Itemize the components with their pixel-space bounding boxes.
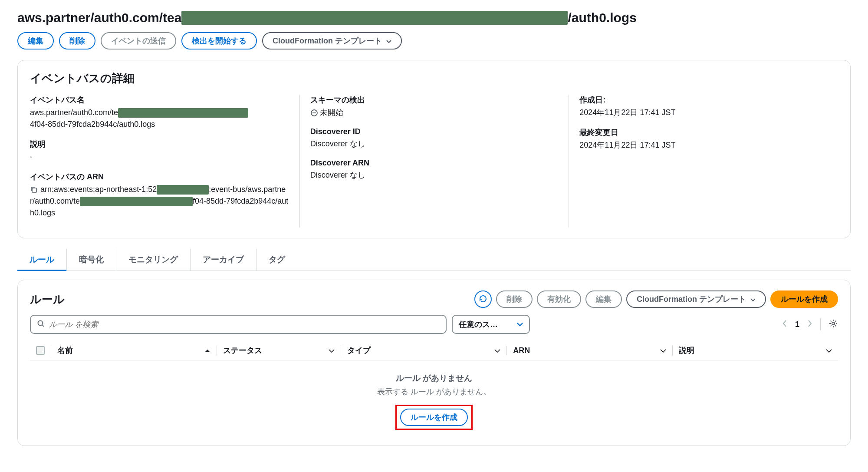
redacted-block (181, 11, 568, 25)
empty-create-rule-button[interactable]: ルールを作成 (400, 409, 468, 426)
created-date-value: 2024年11月22日 17:41 JST (579, 107, 828, 119)
sort-icon (494, 346, 500, 355)
create-rule-button[interactable]: ルールを作成 (770, 290, 838, 308)
status-filter-label: 任意のス… (459, 319, 498, 330)
sort-icon (660, 346, 666, 355)
empty-subtitle: 表示する ルール がありません。 (30, 386, 838, 397)
next-page-button[interactable] (807, 320, 812, 330)
rules-enable-button[interactable]: 有効化 (537, 290, 581, 308)
refresh-icon (479, 294, 487, 304)
tabs: ルール 暗号化 モニタリング アーカイブ タグ (17, 249, 851, 271)
col-description[interactable]: 説明 (672, 345, 838, 356)
svg-line-4 (43, 325, 44, 327)
search-input[interactable] (49, 320, 440, 329)
rules-panel: ルール 削除 有効化 編集 CloudFormation テンプレート ルールを… (17, 280, 851, 446)
search-icon (37, 320, 45, 330)
edit-button[interactable]: 編集 (17, 32, 54, 50)
select-all-checkbox[interactable] (30, 346, 51, 355)
tab-encryption[interactable]: 暗号化 (67, 249, 116, 271)
status-filter-select[interactable]: 任意のス… (452, 315, 530, 334)
discoverer-id-value: Discoverer なし (310, 138, 559, 150)
event-bus-arn-label: イベントバスの ARN (30, 172, 289, 182)
highlight-box: ルールを作成 (395, 405, 473, 430)
sort-asc-icon (204, 346, 210, 355)
cloudformation-label: CloudFormation テンプレート (273, 36, 382, 46)
event-bus-arn-value: arn:aws:events:ap-northeast-1:52:event-b… (30, 184, 289, 219)
details-panel: イベントバスの詳細 イベントバス名 aws.partner/auth0.com/… (17, 60, 851, 238)
start-discovery-button[interactable]: 検出を開始する (181, 32, 257, 50)
tab-monitoring[interactable]: モニタリング (116, 249, 191, 271)
minus-circle-icon (310, 109, 318, 117)
caret-down-icon (517, 320, 523, 329)
tab-archive[interactable]: アーカイブ (191, 249, 256, 271)
send-events-button[interactable]: イベントの送信 (101, 32, 176, 50)
rules-edit-button[interactable]: 編集 (585, 290, 622, 308)
description-label: 説明 (30, 139, 289, 149)
pager: 1 (782, 318, 838, 330)
created-date-label: 作成日: (579, 95, 828, 105)
schema-discovery-label: スキーマの検出 (310, 95, 559, 105)
rules-cloudformation-dropdown[interactable]: CloudFormation テンプレート (626, 290, 766, 308)
svg-rect-0 (32, 188, 36, 192)
details-panel-title: イベントバスの詳細 (30, 71, 838, 86)
event-bus-name-label: イベントバス名 (30, 95, 289, 105)
modified-date-value: 2024年11月22日 17:41 JST (579, 139, 828, 151)
empty-state: ルール がありません 表示する ルール がありません。 ルールを作成 (30, 360, 838, 435)
sort-icon (329, 346, 335, 355)
col-name[interactable]: 名前 (51, 345, 217, 356)
col-status[interactable]: ステータス (217, 345, 341, 356)
rules-title: ルール (30, 292, 65, 307)
tab-tags[interactable]: タグ (256, 249, 297, 271)
page-title: aws.partner/auth0.com/tea /auth0.logs (17, 10, 851, 25)
description-value: - (30, 151, 289, 163)
refresh-button[interactable] (474, 290, 492, 308)
svg-point-5 (832, 322, 835, 325)
svg-point-3 (38, 320, 43, 325)
caret-down-icon (750, 295, 756, 304)
cloudformation-dropdown[interactable]: CloudFormation テンプレート (262, 32, 402, 50)
rules-delete-button[interactable]: 削除 (496, 290, 533, 308)
discoverer-arn-label: Discoverer ARN (310, 158, 559, 168)
modified-date-label: 最終変更日 (579, 127, 828, 138)
delete-button[interactable]: 削除 (59, 32, 95, 50)
page-number: 1 (795, 320, 799, 329)
col-arn[interactable]: ARN (506, 346, 672, 355)
top-action-row: 編集 削除 イベントの送信 検出を開始する CloudFormation テンプ… (17, 32, 851, 50)
discoverer-arn-value: Discoverer なし (310, 169, 559, 181)
rules-table-header: 名前 ステータス タイプ ARN 説明 (30, 341, 838, 360)
sort-icon (826, 346, 832, 355)
event-bus-name-value: aws.partner/auth0.com/te 4f04-85dd-79fcd… (30, 107, 289, 130)
settings-button[interactable] (829, 319, 838, 330)
title-prefix: aws.partner/auth0.com/tea (17, 10, 181, 25)
schema-discovery-value: 未開始 (310, 107, 559, 119)
tab-rules[interactable]: ルール (17, 249, 67, 271)
search-box[interactable] (30, 315, 447, 334)
empty-title: ルール がありません (30, 373, 838, 384)
caret-down-icon (386, 36, 391, 46)
title-suffix: /auth0.logs (568, 10, 636, 25)
divider (820, 318, 821, 330)
discoverer-id-label: Discoverer ID (310, 127, 559, 136)
prev-page-button[interactable] (782, 320, 787, 330)
copy-icon[interactable] (30, 186, 38, 194)
col-type[interactable]: タイプ (341, 345, 506, 356)
